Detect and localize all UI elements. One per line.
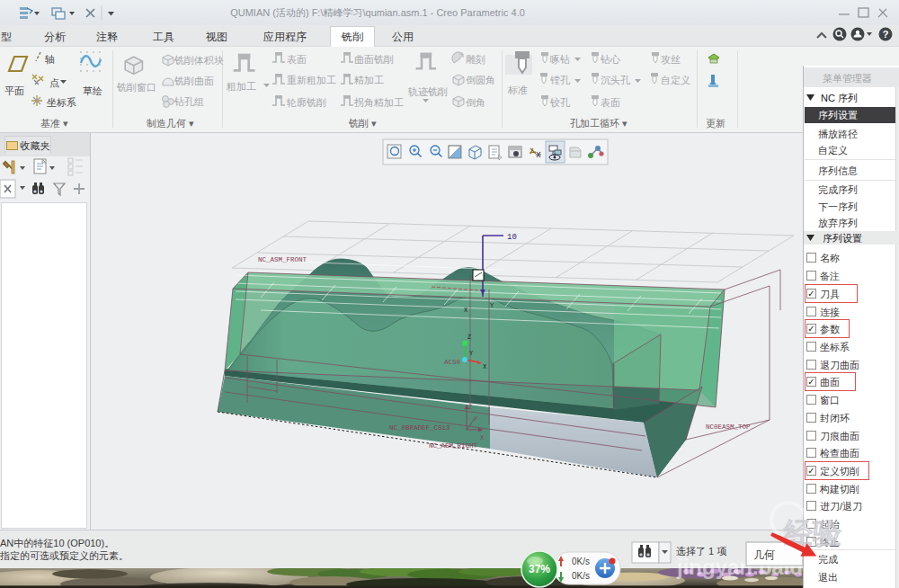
svg-text:NC0EASM_TOP: NC0EASM_TOP — [706, 423, 751, 431]
svg-text:ACS0: ACS0 — [444, 359, 461, 366]
svg-text:37%: 37% — [529, 563, 550, 575]
svg-text:0K/s: 0K/s — [572, 571, 590, 581]
svg-text:Z: Z — [468, 404, 472, 411]
svg-text:NC_ASM_RIGHT: NC_ASM_RIGHT — [429, 442, 478, 450]
svg-text:NC_0BRADEF_CS13: NC_0BRADEF_CS13 — [389, 424, 450, 432]
svg-text:?: ? — [883, 29, 889, 40]
svg-text:Z: Z — [467, 334, 471, 341]
svg-text:选择了 1 项: 选择了 1 项 — [676, 546, 726, 557]
svg-text:NC_ASM_FRONT: NC_ASM_FRONT — [258, 256, 307, 263]
svg-text:0K/s: 0K/s — [572, 557, 590, 566]
svg-text:10: 10 — [507, 233, 517, 242]
